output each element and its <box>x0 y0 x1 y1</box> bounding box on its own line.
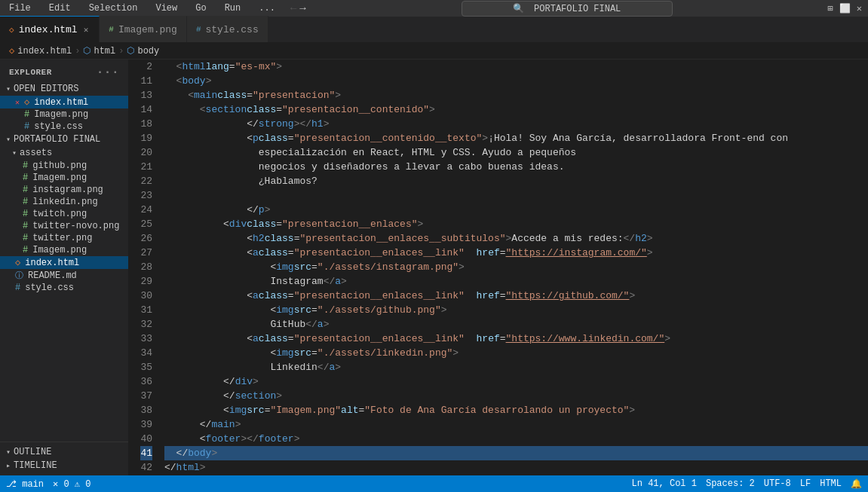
breadcrumb-file[interactable]: index.html <box>17 46 72 57</box>
open-editors-chevron: ▾ <box>6 84 11 93</box>
code-line-23 <box>164 188 868 203</box>
breadcrumb-icon-body: ⬡ <box>127 45 134 57</box>
sidebar-item-linkedin[interactable]: # linkedin.png <box>0 196 128 208</box>
menu-go[interactable]: Go <box>192 3 209 14</box>
tabsbar: ◇ index.html ✕ # Imagem.png # style.css <box>0 17 868 43</box>
timeline-section[interactable]: ▸ TIMELINE <box>0 459 128 472</box>
tab-style-css[interactable]: # style.css <box>187 16 268 42</box>
sidebar-item-readme[interactable]: ⓘ README.md <box>0 269 128 282</box>
file-icon-imagem: # <box>23 173 28 183</box>
line-ending[interactable]: LF <box>800 478 811 489</box>
statusbar: ⎇ main ✕ 0 ⚠ 0 Ln 41, Col 1 Spaces: 2 UT… <box>0 475 868 492</box>
breadcrumb-body[interactable]: body <box>137 46 159 57</box>
menu-file[interactable]: File <box>6 3 34 14</box>
file-twitter-novo: twitter-novo.png <box>32 221 119 231</box>
line-col[interactable]: Ln 41, Col 1 <box>632 478 697 489</box>
code-line-36: </div> <box>164 374 868 389</box>
tab-close-index-html[interactable]: ✕ <box>82 24 90 35</box>
outline-chevron: ▾ <box>6 448 11 457</box>
file-linkedin: linkedin.png <box>32 197 97 207</box>
menu-more[interactable]: ... <box>256 3 278 14</box>
menu-selection[interactable]: Selection <box>86 3 141 14</box>
language[interactable]: HTML <box>820 478 842 489</box>
file-icon-imagem2: # <box>23 245 28 255</box>
spaces[interactable]: Spaces: 2 <box>706 478 755 489</box>
menu-run[interactable]: Run <box>222 3 244 14</box>
code-line-37: </section> <box>164 389 868 403</box>
search-text: PORTAFOLIO FINAL <box>534 4 621 14</box>
code-line-29: Instagram</a> <box>164 274 868 289</box>
code-line-34: <img src="./assets/linkedin.png"> <box>164 346 868 360</box>
outline-section[interactable]: ▾ OUTLINE <box>0 445 128 459</box>
breadcrumb: ◇ index.html › ⬡ html › ⬡ body <box>0 43 868 60</box>
close-icon-index[interactable]: ✕ <box>15 98 20 107</box>
sidebar-item-github[interactable]: # github.png <box>0 160 128 172</box>
sidebar-options-icon[interactable]: ··· <box>97 66 119 79</box>
assets-label: assets <box>20 148 52 158</box>
search-bar[interactable]: 🔍 PORTAFOLIO FINAL <box>462 1 673 17</box>
code-lines: <html lang="es-mx"> <body> <main class="… <box>161 60 868 475</box>
assets-section[interactable]: ▾ assets <box>0 146 128 160</box>
encoding[interactable]: UTF-8 <box>764 478 791 489</box>
sidebar-item-twitter-novo[interactable]: # twitter-novo.png <box>0 220 128 232</box>
file-imagem: Imagem.png <box>32 173 87 183</box>
window-close-icon[interactable]: ✕ <box>857 3 862 14</box>
breadcrumb-icon: ◇ <box>9 45 14 57</box>
file-icon-twitter-novo: # <box>23 221 28 231</box>
portafolio-chevron: ▾ <box>6 135 11 144</box>
menu-view[interactable]: View <box>152 3 180 14</box>
code-line-35: Linkedin</a> <box>164 360 868 374</box>
sidebar-item-instagram[interactable]: # instagram.png <box>0 184 128 196</box>
tab-imagem-png[interactable]: # Imagem.png <box>100 16 187 42</box>
code-line-42: </html> <box>164 460 868 475</box>
sidebar-item-style-open[interactable]: # style.css <box>0 121 128 133</box>
code-line-30: <a class="presentacion__enlaces__link" h… <box>164 289 868 303</box>
sidebar-item-imagem-open[interactable]: # Imagem.png <box>0 108 128 121</box>
sidebar-item-imagem[interactable]: # Imagem.png <box>0 172 128 184</box>
status-right: Ln 41, Col 1 Spaces: 2 UTF-8 LF HTML 🔔 <box>632 478 862 490</box>
code-line-24: </p> <box>164 203 868 217</box>
portafolio-section[interactable]: ▾ PORTAFOLIO FINAL <box>0 133 128 146</box>
file-imagem2: Imagem.png <box>32 245 87 255</box>
code-line-41: </body> <box>164 446 868 460</box>
open-file-imagem: Imagem.png <box>34 109 88 120</box>
file-icon-twitch: # <box>23 209 28 219</box>
titlebar: File Edit Selection View Go Run ... ← → … <box>0 0 868 17</box>
code-line-21: negocios y diseñadores a llevar a cabo b… <box>164 160 868 174</box>
layout-split-icon[interactable]: ⊞ <box>828 3 833 14</box>
file-icon-instagram: # <box>23 185 28 195</box>
outline-label: OUTLINE <box>14 447 51 457</box>
errors-count[interactable]: ✕ 0 ⚠ 0 <box>53 478 90 490</box>
open-editors-label: OPEN EDITORS <box>14 84 78 94</box>
git-branch[interactable]: ⎇ main <box>6 478 44 490</box>
sidebar-item-index-html[interactable]: ◇ index.html <box>0 256 128 269</box>
code-line-2: <html lang="es-mx"> <box>164 60 868 74</box>
file-twitter: twitter.png <box>32 233 92 243</box>
file-style-css: style.css <box>25 283 74 293</box>
sidebar-header: EXPLORER ··· <box>0 60 128 82</box>
sidebar-item-twitch[interactable]: # twitch.png <box>0 208 128 220</box>
sidebar-item-index-html-open[interactable]: ✕ ◇ index.html <box>0 96 128 108</box>
breadcrumb-html[interactable]: html <box>94 46 115 57</box>
code-line-18: </strong></h1> <box>164 117 868 131</box>
file-icon-style: # <box>15 283 20 293</box>
tab-label-imagem-png: Imagem.png <box>118 24 177 35</box>
code-container: 2 11 13 14 18 19 20 21 22 23 24 25 26 27… <box>128 60 868 475</box>
layout-panel-icon[interactable]: ⬜ <box>839 3 851 14</box>
file-icon-imagem-open: # <box>24 109 29 120</box>
nav-forward[interactable]: → <box>299 2 305 14</box>
sidebar-item-imagem2[interactable]: # Imagem.png <box>0 244 128 256</box>
nav-back[interactable]: ← <box>290 2 296 14</box>
main-area: EXPLORER ··· ▾ OPEN EDITORS ✕ ◇ index.ht… <box>0 60 868 475</box>
menu-edit[interactable]: Edit <box>46 3 74 14</box>
code-line-28: <img src="./assets/instagram.png"> <box>164 260 868 274</box>
editor[interactable]: 2 11 13 14 18 19 20 21 22 23 24 25 26 27… <box>128 60 868 475</box>
sidebar-item-twitter[interactable]: # twitter.png <box>0 232 128 244</box>
file-icon-css-open: # <box>24 121 29 132</box>
open-editors-section[interactable]: ▾ OPEN EDITORS <box>0 82 128 96</box>
file-index-html: index.html <box>25 258 79 268</box>
tab-label-style-css: style.css <box>206 24 259 35</box>
notifications-icon[interactable]: 🔔 <box>851 478 862 490</box>
tab-index-html[interactable]: ◇ index.html ✕ <box>0 16 100 42</box>
sidebar-item-style-css[interactable]: # style.css <box>0 282 128 294</box>
